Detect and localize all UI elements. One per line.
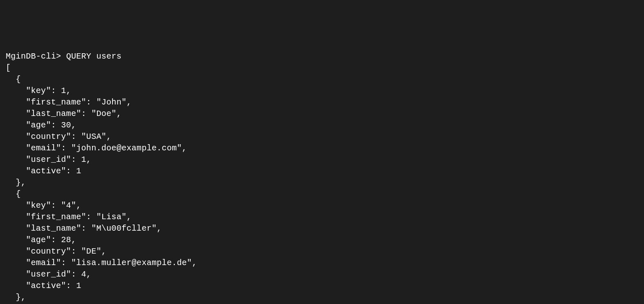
terminal-prompt: MginDB-cli> — [6, 52, 61, 61]
terminal-command: QUERY users — [66, 52, 122, 61]
terminal-window[interactable]: MginDB-cli> QUERY users [ { "key": 1, "f… — [6, 51, 638, 304]
terminal-output: [ { "key": 1, "first_name": "John", "las… — [6, 62, 638, 304]
terminal-prompt-line: MginDB-cli> QUERY users — [6, 52, 122, 61]
